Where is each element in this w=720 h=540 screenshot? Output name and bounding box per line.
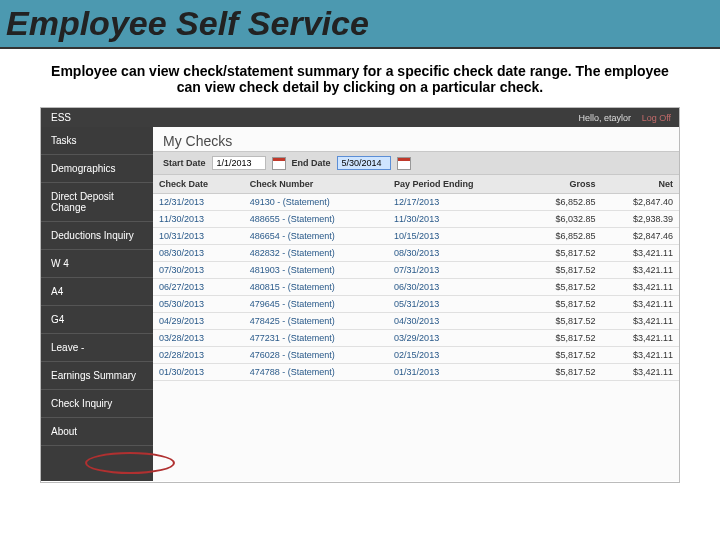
sidebar-item-tasks[interactable]: Tasks bbox=[41, 127, 153, 155]
cell-net: $2,938.39 bbox=[602, 211, 679, 228]
calendar-icon[interactable] bbox=[272, 157, 286, 170]
cell-ppe: 04/30/2013 bbox=[388, 313, 524, 330]
cell-date: 06/27/2013 bbox=[153, 279, 244, 296]
cell-net: $2,847.46 bbox=[602, 228, 679, 245]
cell-num: 477231 - (Statement) bbox=[244, 330, 388, 347]
cell-gross: $5,817.52 bbox=[524, 313, 601, 330]
cell-num: 478425 - (Statement) bbox=[244, 313, 388, 330]
cell-ppe: 07/31/2013 bbox=[388, 262, 524, 279]
ess-top-bar: ESS Hello, etaylor Log Off bbox=[41, 108, 679, 127]
start-date-input[interactable]: 1/1/2013 bbox=[212, 156, 266, 170]
cell-gross: $6,852.85 bbox=[524, 194, 601, 211]
page-title-bar: Employee Self Service bbox=[0, 0, 720, 49]
calendar-icon[interactable] bbox=[397, 157, 411, 170]
cell-gross: $6,032.85 bbox=[524, 211, 601, 228]
logoff-link[interactable]: Log Off bbox=[642, 113, 671, 123]
cell-net: $3,421.11 bbox=[602, 296, 679, 313]
table-row[interactable]: 11/30/2013488655 - (Statement)11/30/2013… bbox=[153, 211, 679, 228]
table-row[interactable]: 10/31/2013486654 - (Statement)10/15/2013… bbox=[153, 228, 679, 245]
checks-table: Check Date Check Number Pay Period Endin… bbox=[153, 175, 679, 381]
sidebar-item-a4[interactable]: A4 bbox=[41, 278, 153, 306]
cell-ppe: 10/15/2013 bbox=[388, 228, 524, 245]
cell-net: $3,421.11 bbox=[602, 313, 679, 330]
cell-ppe: 11/30/2013 bbox=[388, 211, 524, 228]
sidebar-item-w-4[interactable]: W 4 bbox=[41, 250, 153, 278]
cell-date: 02/28/2013 bbox=[153, 347, 244, 364]
cell-num: 474788 - (Statement) bbox=[244, 364, 388, 381]
cell-ppe: 02/15/2013 bbox=[388, 347, 524, 364]
cell-gross: $5,817.52 bbox=[524, 279, 601, 296]
sidebar-item-direct-deposit-change[interactable]: Direct Deposit Change bbox=[41, 183, 153, 222]
ess-body: TasksDemographicsDirect Deposit ChangeDe… bbox=[41, 127, 679, 481]
table-header-row: Check Date Check Number Pay Period Endin… bbox=[153, 175, 679, 194]
col-gross[interactable]: Gross bbox=[524, 175, 601, 194]
cell-net: $3,421.11 bbox=[602, 279, 679, 296]
sidebar-item-earnings-summary[interactable]: Earnings Summary bbox=[41, 362, 153, 390]
col-pay-period-ending[interactable]: Pay Period Ending bbox=[388, 175, 524, 194]
cell-date: 04/29/2013 bbox=[153, 313, 244, 330]
col-check-number[interactable]: Check Number bbox=[244, 175, 388, 194]
end-date-label: End Date bbox=[292, 158, 331, 168]
table-row[interactable]: 12/31/201349130 - (Statement)12/17/2013$… bbox=[153, 194, 679, 211]
cell-gross: $5,817.52 bbox=[524, 296, 601, 313]
cell-date: 03/28/2013 bbox=[153, 330, 244, 347]
ess-screenshot: ESS Hello, etaylor Log Off TasksDemograp… bbox=[40, 107, 680, 483]
table-row[interactable]: 01/30/2013474788 - (Statement)01/31/2013… bbox=[153, 364, 679, 381]
cell-net: $3,421.11 bbox=[602, 364, 679, 381]
main-heading: My Checks bbox=[153, 127, 679, 151]
cell-net: $3,421.11 bbox=[602, 245, 679, 262]
cell-date: 11/30/2013 bbox=[153, 211, 244, 228]
cell-gross: $5,817.52 bbox=[524, 330, 601, 347]
cell-date: 12/31/2013 bbox=[153, 194, 244, 211]
cell-gross: $5,817.52 bbox=[524, 364, 601, 381]
sidebar-item-deductions-inquiry[interactable]: Deductions Inquiry bbox=[41, 222, 153, 250]
col-check-date[interactable]: Check Date bbox=[153, 175, 244, 194]
sidebar-item-check-inquiry[interactable]: Check Inquiry bbox=[41, 390, 153, 418]
sidebar-item-about[interactable]: About bbox=[41, 418, 153, 446]
cell-gross: $5,817.52 bbox=[524, 245, 601, 262]
cell-num: 479645 - (Statement) bbox=[244, 296, 388, 313]
cell-date: 08/30/2013 bbox=[153, 245, 244, 262]
sidebar-item-leave[interactable]: Leave - bbox=[41, 334, 153, 362]
checks-table-wrap: Check Date Check Number Pay Period Endin… bbox=[153, 175, 679, 481]
cell-date: 01/30/2013 bbox=[153, 364, 244, 381]
sidebar-item-g4[interactable]: G4 bbox=[41, 306, 153, 334]
cell-date: 10/31/2013 bbox=[153, 228, 244, 245]
cell-date: 07/30/2013 bbox=[153, 262, 244, 279]
main-panel: My Checks Start Date 1/1/2013 End Date 5… bbox=[153, 127, 679, 481]
cell-ppe: 12/17/2013 bbox=[388, 194, 524, 211]
table-row[interactable]: 04/29/2013478425 - (Statement)04/30/2013… bbox=[153, 313, 679, 330]
page-subtitle: Employee can view check/statement summar… bbox=[0, 49, 720, 101]
greeting-text: Hello, etaylor bbox=[579, 113, 632, 123]
cell-ppe: 03/29/2013 bbox=[388, 330, 524, 347]
cell-date: 05/30/2013 bbox=[153, 296, 244, 313]
cell-net: $3,421.11 bbox=[602, 347, 679, 364]
end-date-input[interactable]: 5/30/2014 bbox=[337, 156, 391, 170]
cell-num: 49130 - (Statement) bbox=[244, 194, 388, 211]
table-row[interactable]: 02/28/2013476028 - (Statement)02/15/2013… bbox=[153, 347, 679, 364]
cell-num: 482832 - (Statement) bbox=[244, 245, 388, 262]
cell-net: $2,847.40 bbox=[602, 194, 679, 211]
ess-brand: ESS bbox=[51, 112, 71, 123]
table-row[interactable]: 07/30/2013481903 - (Statement)07/31/2013… bbox=[153, 262, 679, 279]
cell-net: $3,421.11 bbox=[602, 262, 679, 279]
sidebar-item-demographics[interactable]: Demographics bbox=[41, 155, 153, 183]
ess-top-right: Hello, etaylor Log Off bbox=[579, 113, 671, 123]
page-title: Employee Self Service bbox=[6, 4, 369, 42]
cell-gross: $5,817.52 bbox=[524, 347, 601, 364]
cell-ppe: 01/31/2013 bbox=[388, 364, 524, 381]
table-row[interactable]: 06/27/2013480815 - (Statement)06/30/2013… bbox=[153, 279, 679, 296]
cell-num: 481903 - (Statement) bbox=[244, 262, 388, 279]
cell-num: 480815 - (Statement) bbox=[244, 279, 388, 296]
cell-num: 486654 - (Statement) bbox=[244, 228, 388, 245]
cell-ppe: 08/30/2013 bbox=[388, 245, 524, 262]
table-row[interactable]: 03/28/2013477231 - (Statement)03/29/2013… bbox=[153, 330, 679, 347]
cell-net: $3,421.11 bbox=[602, 330, 679, 347]
col-net[interactable]: Net bbox=[602, 175, 679, 194]
table-row[interactable]: 05/30/2013479645 - (Statement)05/31/2013… bbox=[153, 296, 679, 313]
table-row[interactable]: 08/30/2013482832 - (Statement)08/30/2013… bbox=[153, 245, 679, 262]
cell-num: 476028 - (Statement) bbox=[244, 347, 388, 364]
date-range-bar: Start Date 1/1/2013 End Date 5/30/2014 bbox=[153, 151, 679, 175]
cell-ppe: 05/31/2013 bbox=[388, 296, 524, 313]
cell-num: 488655 - (Statement) bbox=[244, 211, 388, 228]
